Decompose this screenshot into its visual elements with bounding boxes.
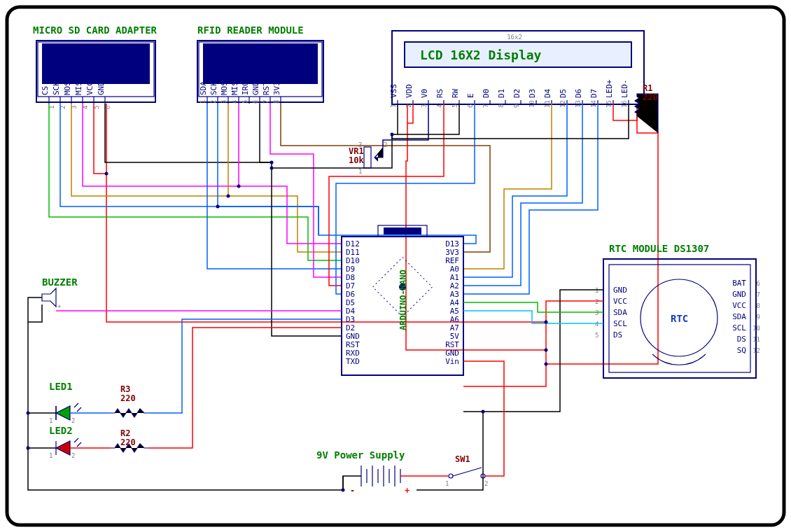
svg-text:R1: R1 — [643, 83, 652, 93]
svg-text:8: 8 — [757, 302, 760, 309]
svg-text:LED+: LED+ — [605, 79, 614, 98]
svg-line-187 — [453, 468, 482, 476]
svg-text:CS: CS — [41, 86, 50, 95]
led1-label: LED1 — [49, 381, 73, 392]
w-lcd-d7 — [463, 104, 598, 294]
svg-text:SCL: SCL — [613, 319, 627, 328]
w-sd-miso — [83, 104, 342, 244]
svg-text:220: 220 — [120, 438, 136, 447]
svg-text:7: 7 — [482, 104, 489, 108]
svg-text:TXD: TXD — [346, 357, 360, 366]
svg-text:7: 7 — [757, 291, 760, 298]
buzzer-label: BUZZER — [42, 276, 78, 288]
gnd-bus — [28, 304, 343, 490]
svg-text:ARDUINO-NANO: ARDUINO-NANO — [398, 270, 408, 330]
svg-text:8: 8 — [498, 104, 505, 108]
svg-text:12: 12 — [559, 100, 566, 108]
buzzer-icon: + — [42, 288, 62, 309]
svg-text:1: 1 — [358, 168, 362, 175]
svg-text:10: 10 — [528, 100, 536, 108]
svg-text:3V3: 3V3 — [272, 81, 281, 95]
svg-text:13: 13 — [575, 100, 582, 108]
lcd-title: LCD 16X2 Display — [420, 48, 542, 62]
svg-text:D7: D7 — [589, 89, 598, 98]
svg-text:R2: R2 — [120, 428, 130, 438]
svg-text:5: 5 — [241, 100, 248, 104]
svg-text:VSS: VSS — [389, 84, 398, 98]
battery-icon: - + — [350, 465, 410, 496]
svg-text:GND: GND — [251, 81, 260, 95]
svg-text:VCC: VCC — [732, 301, 746, 310]
svg-text:1: 1 — [200, 100, 206, 104]
svg-text:4: 4 — [595, 321, 598, 328]
svg-text:12: 12 — [752, 347, 760, 354]
svg-point-202 — [27, 447, 30, 450]
svg-text:E: E — [466, 93, 475, 98]
svg-text:1: 1 — [445, 480, 449, 487]
svg-text:D2: D2 — [512, 89, 522, 98]
vr1: VR1 10k 321 — [349, 141, 387, 175]
lcd-pins: VSS1 VDD2 V03 RS4 RW5 E6 D07 D18 D29 D31… — [389, 79, 629, 108]
svg-point-200 — [342, 489, 345, 492]
svg-text:2: 2 — [595, 298, 598, 305]
svg-point-201 — [27, 412, 30, 415]
svg-text:MOSI: MOSI — [220, 77, 229, 96]
w-sd-gnd — [105, 104, 272, 162]
svg-text:1: 1 — [49, 452, 52, 459]
svg-text:5: 5 — [451, 104, 458, 108]
svg-text:VCC: VCC — [613, 297, 627, 306]
svg-text:11: 11 — [752, 336, 760, 343]
svg-point-195 — [270, 161, 274, 164]
svg-text:GND: GND — [732, 290, 746, 299]
svg-text:4: 4 — [231, 100, 238, 104]
sd-slot — [42, 43, 150, 84]
svg-rect-104 — [384, 227, 421, 234]
svg-text:6: 6 — [467, 104, 474, 108]
w-buzzer-gnd — [28, 298, 42, 322]
svg-text:5: 5 — [595, 332, 598, 339]
psu-label: 9V Power Supply — [316, 449, 405, 461]
svg-text:10k: 10k — [349, 155, 364, 165]
rfid-title: RFID READER MODULE — [197, 24, 304, 36]
svg-text:SW1: SW1 — [455, 454, 470, 464]
svg-text:220: 220 — [643, 92, 658, 102]
svg-text:-: - — [350, 486, 355, 496]
r2: R2220 — [111, 428, 148, 452]
svg-text:4: 4 — [436, 104, 443, 108]
svg-text:9: 9 — [513, 104, 520, 108]
w-lcd-v0 — [383, 104, 428, 147]
svg-point-192 — [227, 195, 230, 198]
schematic-canvas: MICRO SD CARD ADAPTER CS1 SCK2 MOSI3 MIS… — [0, 0, 791, 532]
svg-text:SDA: SDA — [199, 81, 208, 95]
svg-point-199 — [545, 363, 548, 366]
svg-text:10: 10 — [752, 325, 760, 332]
svg-text:SCK: SCK — [52, 81, 61, 95]
svg-text:2: 2 — [71, 417, 75, 424]
svg-text:2: 2 — [484, 480, 488, 487]
svg-text:Vin: Vin — [445, 357, 459, 366]
svg-text:9: 9 — [757, 314, 760, 321]
svg-point-197 — [545, 349, 548, 352]
svg-text:14: 14 — [590, 100, 597, 108]
svg-text:GND: GND — [613, 286, 627, 295]
svg-text:RS: RS — [435, 89, 444, 98]
w-led2 — [70, 328, 342, 448]
svg-text:8: 8 — [273, 100, 280, 104]
nano-pins-right: D13 3V3 REF A0 A1 A2 A3 A4 A5 A6 A7 5V R… — [445, 239, 459, 366]
svg-text:D6: D6 — [574, 89, 583, 98]
w-rfid-sck — [218, 104, 476, 244]
svg-text:2: 2 — [384, 141, 387, 148]
w-lcd-d4 — [463, 104, 552, 269]
svg-text:SCK: SCK — [209, 81, 218, 95]
svg-text:IRQ: IRQ — [241, 81, 250, 95]
svg-point-191 — [216, 205, 220, 209]
svg-text:7: 7 — [262, 100, 270, 104]
svg-text:2: 2 — [71, 452, 75, 459]
w-lcd-ledn — [392, 104, 629, 139]
sd-pins: CS1 SCK2 MOSI3 MISO4 VCC5 GND6 — [41, 77, 111, 110]
svg-text:11: 11 — [544, 100, 551, 108]
svg-rect-95 — [364, 147, 371, 168]
svg-text:VCC: VCC — [85, 81, 94, 95]
svg-point-198 — [545, 321, 548, 324]
nano-pins-left: D12 D11 D10 D9 D8 D7 D6 D5 D4 D3 D2 GND … — [346, 239, 360, 366]
